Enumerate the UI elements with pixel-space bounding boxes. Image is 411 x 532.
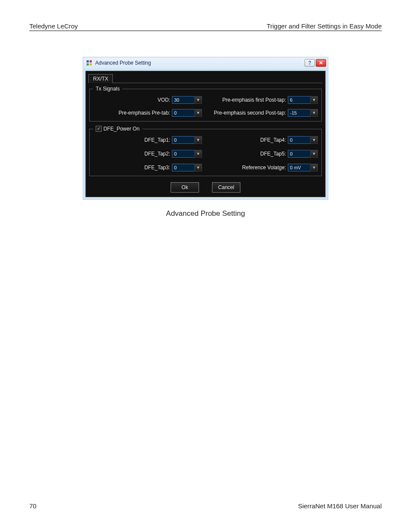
preemph-first-dropdown[interactable]: ▼ [310,96,318,104]
dfe-tap5-dropdown[interactable]: ▼ [310,150,318,158]
tab-rx-tx[interactable]: RX/TX [88,74,113,83]
dfe-tap2-input[interactable] [172,150,194,158]
refvolt-dropdown[interactable]: ▼ [310,164,318,171]
footer-right: SierraNet M168 User Manual [298,502,382,510]
vod-input[interactable] [172,96,194,104]
app-icon [86,59,93,66]
dfe-tap5-label: DFE_Tap5: [260,151,286,157]
dfe-tap1-input[interactable] [172,136,194,144]
refvolt-label: Reference Volatge: [242,165,286,171]
preemph-second-label: Pre-emphasis second Post-tap: [214,110,286,116]
refvolt-input[interactable] [288,164,310,171]
dialog-titlebar: Advanced Probe Setting ? ✕ [83,57,328,68]
tx-signals-group: Tx Signals VOD: ▼ Pre-emphasis first Pos… [89,86,322,121]
dfe-tap4-label: DFE_Tap4: [260,137,286,143]
dfe-tap3-dropdown[interactable]: ▼ [194,164,202,171]
tabstrip: RX/TX [88,74,323,83]
preemph-pretab-dropdown[interactable]: ▼ [194,109,202,117]
ok-button[interactable]: Ok [171,182,199,193]
header-left: Teledyne LeCroy [29,22,78,30]
cancel-button[interactable]: Cancel [212,182,240,193]
preemph-first-input[interactable] [288,96,310,104]
footer-page-number: 70 [29,502,37,510]
tx-signals-legend: Tx Signals [93,86,122,92]
page-header: Teledyne LeCroy Trigger and Filter Setti… [29,22,382,30]
preemph-pretab-label: Pre-emphasis Pre-tab: [118,110,170,116]
dfe-tap5-input[interactable] [288,150,310,158]
dfe-tap4-input[interactable] [288,136,310,144]
advanced-probe-setting-dialog: Advanced Probe Setting ? ✕ RX/TX Tx Sign… [83,57,328,200]
dfe-tap3-label: DFE_Tap3: [144,165,170,171]
dfe-tap1-label: DFE_Tap1: [144,137,170,143]
dfe-power-on-group: ✓ DFE_Power On DFE_Tap1: ▼ DFE_Tap4: [89,126,322,176]
header-rule [29,31,382,31]
preemph-second-dropdown[interactable]: ▼ [310,109,318,117]
dialog-title: Advanced Probe Setting [95,60,305,66]
help-button[interactable]: ? [305,59,315,67]
vod-dropdown[interactable]: ▼ [194,96,202,104]
svg-rect-0 [87,60,89,62]
page-footer: 70 SierraNet M168 User Manual [29,502,382,510]
preemph-second-input[interactable] [288,109,310,117]
vod-label: VOD: [158,97,170,103]
dfe-tap2-label: DFE_Tap2: [144,151,170,157]
dialog-client-area: RX/TX Tx Signals VOD: ▼ Pre-em [85,71,326,197]
header-right: Trigger and Filter Settings in Easy Mode [267,22,382,30]
dfe-tap1-dropdown[interactable]: ▼ [194,136,202,144]
close-button[interactable]: ✕ [316,59,326,67]
dfe-tap3-input[interactable] [172,164,194,171]
dfe-tap2-dropdown[interactable]: ▼ [194,150,202,158]
figure-caption: Advanced Probe Setting [166,209,245,218]
preemph-pretab-input[interactable] [172,109,194,117]
svg-rect-1 [90,60,92,62]
svg-rect-3 [90,63,92,65]
dfe-power-on-checkbox[interactable]: ✓ [96,126,102,132]
preemph-first-label: Pre-emphasis first Post-tap: [222,97,286,103]
dfe-power-on-legend: DFE_Power On [103,126,140,132]
svg-rect-2 [87,63,89,65]
dfe-tap4-dropdown[interactable]: ▼ [310,136,318,144]
